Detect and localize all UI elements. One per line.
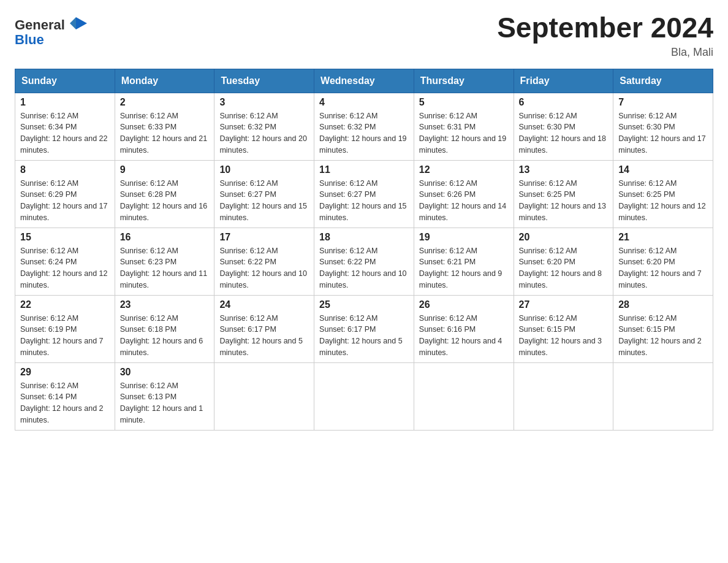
day-cell-28: 28Sunrise: 6:12 AMSunset: 6:15 PMDayligh… [613,295,713,362]
logo-container: General Blue [15,12,88,52]
day-info: Sunrise: 6:12 AMSunset: 6:33 PMDaylight:… [120,110,210,156]
day-cell-5: 5Sunrise: 6:12 AMSunset: 6:31 PMDaylight… [414,93,514,160]
day-cell-2: 2Sunrise: 6:12 AMSunset: 6:33 PMDaylight… [115,93,214,160]
col-friday: Friday [514,69,613,93]
day-number: 30 [120,367,210,378]
day-cell-4: 4Sunrise: 6:12 AMSunset: 6:32 PMDaylight… [314,93,414,160]
day-number: 11 [319,164,409,175]
day-number: 28 [618,299,708,310]
day-cell-6: 6Sunrise: 6:12 AMSunset: 6:30 PMDaylight… [514,93,613,160]
col-sunday: Sunday [15,69,115,93]
day-info: Sunrise: 6:12 AMSunset: 6:32 PMDaylight:… [319,110,409,156]
svg-marker-2 [70,17,76,29]
day-number: 20 [519,232,609,243]
days-of-week-row: Sunday Monday Tuesday Wednesday Thursday… [15,69,713,93]
day-cell-18: 18Sunrise: 6:12 AMSunset: 6:22 PMDayligh… [314,228,414,295]
empty-cell [214,362,314,430]
day-cell-21: 21Sunrise: 6:12 AMSunset: 6:20 PMDayligh… [613,228,713,295]
day-info: Sunrise: 6:12 AMSunset: 6:27 PMDaylight:… [319,178,409,224]
day-cell-12: 12Sunrise: 6:12 AMSunset: 6:26 PMDayligh… [414,160,514,228]
col-tuesday: Tuesday [214,69,314,93]
day-number: 6 [519,97,609,108]
calendar-table: Sunday Monday Tuesday Wednesday Thursday… [15,69,713,431]
day-info: Sunrise: 6:12 AMSunset: 6:20 PMDaylight:… [618,245,708,291]
day-number: 24 [219,299,309,310]
day-number: 10 [219,164,309,175]
day-cell-24: 24Sunrise: 6:12 AMSunset: 6:17 PMDayligh… [214,295,314,362]
day-number: 14 [618,164,708,175]
empty-cell [314,362,414,430]
day-number: 18 [319,232,409,243]
day-info: Sunrise: 6:12 AMSunset: 6:25 PMDaylight:… [519,178,609,224]
day-number: 29 [20,367,110,378]
day-info: Sunrise: 6:12 AMSunset: 6:14 PMDaylight:… [20,380,110,426]
day-info: Sunrise: 6:12 AMSunset: 6:18 PMDaylight:… [120,313,210,359]
day-number: 27 [519,299,609,310]
day-cell-15: 15Sunrise: 6:12 AMSunset: 6:24 PMDayligh… [15,228,115,295]
day-info: Sunrise: 6:12 AMSunset: 6:15 PMDaylight:… [519,313,609,359]
empty-cell [514,362,613,430]
week-row-3: 15Sunrise: 6:12 AMSunset: 6:24 PMDayligh… [15,228,713,295]
day-cell-30: 30Sunrise: 6:12 AMSunset: 6:13 PMDayligh… [115,362,214,430]
day-number: 25 [319,299,409,310]
day-info: Sunrise: 6:12 AMSunset: 6:23 PMDaylight:… [120,245,210,291]
day-cell-16: 16Sunrise: 6:12 AMSunset: 6:23 PMDayligh… [115,228,214,295]
day-cell-11: 11Sunrise: 6:12 AMSunset: 6:27 PMDayligh… [314,160,414,228]
day-number: 3 [219,97,309,108]
svg-text:Blue: Blue [15,32,44,47]
day-info: Sunrise: 6:12 AMSunset: 6:13 PMDaylight:… [120,380,210,426]
day-info: Sunrise: 6:12 AMSunset: 6:27 PMDaylight:… [219,178,309,224]
calendar-title: September 2024 [497,12,713,44]
day-number: 8 [20,164,110,175]
day-info: Sunrise: 6:12 AMSunset: 6:28 PMDaylight:… [120,178,210,224]
empty-cell [414,362,514,430]
week-row-2: 8Sunrise: 6:12 AMSunset: 6:29 PMDaylight… [15,160,713,228]
day-info: Sunrise: 6:12 AMSunset: 6:32 PMDaylight:… [219,110,309,156]
col-saturday: Saturday [613,69,713,93]
day-info: Sunrise: 6:12 AMSunset: 6:30 PMDaylight:… [618,110,708,156]
day-cell-1: 1Sunrise: 6:12 AMSunset: 6:34 PMDaylight… [15,93,115,160]
empty-cell [613,362,713,430]
day-cell-10: 10Sunrise: 6:12 AMSunset: 6:27 PMDayligh… [214,160,314,228]
day-cell-9: 9Sunrise: 6:12 AMSunset: 6:28 PMDaylight… [115,160,214,228]
day-info: Sunrise: 6:12 AMSunset: 6:30 PMDaylight:… [519,110,609,156]
day-info: Sunrise: 6:12 AMSunset: 6:25 PMDaylight:… [618,178,708,224]
day-cell-27: 27Sunrise: 6:12 AMSunset: 6:15 PMDayligh… [514,295,613,362]
svg-text:General: General [15,17,65,33]
day-info: Sunrise: 6:12 AMSunset: 6:22 PMDaylight:… [219,245,309,291]
day-number: 1 [20,97,110,108]
day-info: Sunrise: 6:12 AMSunset: 6:31 PMDaylight:… [419,110,509,156]
day-cell-3: 3Sunrise: 6:12 AMSunset: 6:32 PMDaylight… [214,93,314,160]
day-cell-8: 8Sunrise: 6:12 AMSunset: 6:29 PMDaylight… [15,160,115,228]
day-number: 17 [219,232,309,243]
day-info: Sunrise: 6:12 AMSunset: 6:20 PMDaylight:… [519,245,609,291]
day-number: 9 [120,164,210,175]
day-info: Sunrise: 6:12 AMSunset: 6:22 PMDaylight:… [319,245,409,291]
day-info: Sunrise: 6:12 AMSunset: 6:17 PMDaylight:… [319,313,409,359]
day-number: 15 [20,232,110,243]
day-info: Sunrise: 6:12 AMSunset: 6:15 PMDaylight:… [618,313,708,359]
day-cell-22: 22Sunrise: 6:12 AMSunset: 6:19 PMDayligh… [15,295,115,362]
day-number: 23 [120,299,210,310]
day-cell-26: 26Sunrise: 6:12 AMSunset: 6:16 PMDayligh… [414,295,514,362]
day-cell-29: 29Sunrise: 6:12 AMSunset: 6:14 PMDayligh… [15,362,115,430]
day-number: 7 [618,97,708,108]
day-info: Sunrise: 6:12 AMSunset: 6:24 PMDaylight:… [20,245,110,291]
day-info: Sunrise: 6:12 AMSunset: 6:29 PMDaylight:… [20,178,110,224]
calendar-body: 1Sunrise: 6:12 AMSunset: 6:34 PMDaylight… [15,93,713,430]
col-thursday: Thursday [414,69,514,93]
day-cell-23: 23Sunrise: 6:12 AMSunset: 6:18 PMDayligh… [115,295,214,362]
day-number: 26 [419,299,509,310]
calendar-subtitle: Bla, Mali [497,46,713,59]
col-monday: Monday [115,69,214,93]
week-row-4: 22Sunrise: 6:12 AMSunset: 6:19 PMDayligh… [15,295,713,362]
day-info: Sunrise: 6:12 AMSunset: 6:19 PMDaylight:… [20,313,110,359]
day-info: Sunrise: 6:12 AMSunset: 6:21 PMDaylight:… [419,245,509,291]
day-number: 2 [120,97,210,108]
day-cell-7: 7Sunrise: 6:12 AMSunset: 6:30 PMDaylight… [613,93,713,160]
day-cell-14: 14Sunrise: 6:12 AMSunset: 6:25 PMDayligh… [613,160,713,228]
day-cell-17: 17Sunrise: 6:12 AMSunset: 6:22 PMDayligh… [214,228,314,295]
col-wednesday: Wednesday [314,69,414,93]
svg-marker-1 [76,17,87,29]
page-container: General Blue September 2024 Bla, Mali Su… [0,0,728,445]
